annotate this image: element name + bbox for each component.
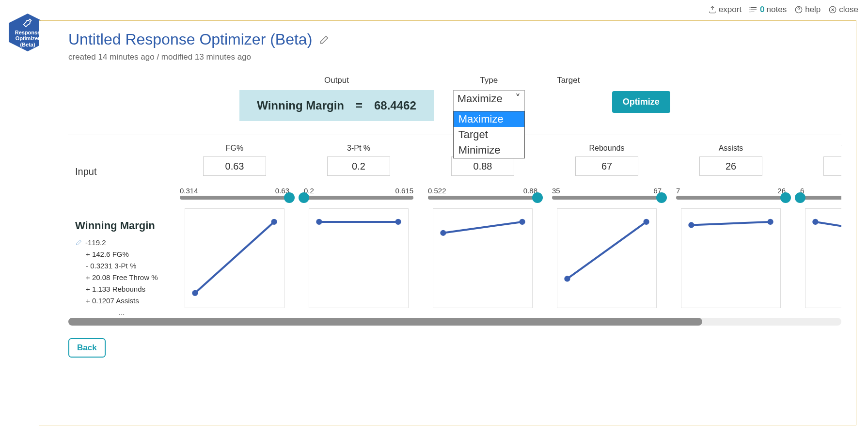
formula-line: - 0.3231 3-Pt % xyxy=(86,262,136,270)
badge-line3: (Beta) xyxy=(20,42,35,48)
svg-point-0 xyxy=(750,7,750,8)
type-option-maximize[interactable]: Maximize xyxy=(454,111,524,127)
svg-line-11 xyxy=(443,222,522,233)
slider-thumb[interactable] xyxy=(299,192,309,203)
slider-thumb[interactable] xyxy=(532,192,543,203)
main-frame: Untitled Response Optimizer (Beta) creat… xyxy=(39,20,856,425)
input-value-field[interactable] xyxy=(699,156,762,176)
output-box: Winning Margin = 68.4462 xyxy=(239,90,434,121)
page-title[interactable]: Untitled Response Optimizer (Beta) xyxy=(68,31,312,48)
input-label: 3-Pt % xyxy=(347,144,370,153)
svg-point-16 xyxy=(643,219,649,225)
formula-line: -119.2 xyxy=(85,238,106,247)
output-value: 68.4462 xyxy=(374,99,416,112)
notes-label: notes xyxy=(767,5,787,15)
input-row-label: Input xyxy=(75,166,96,177)
horizontal-scrollbar[interactable] xyxy=(68,318,841,326)
slider-thumb[interactable] xyxy=(795,192,805,203)
slider[interactable]: 0.3140.63 xyxy=(180,187,289,200)
input-col: FG%0.3140.63 xyxy=(180,144,289,308)
input-value-field[interactable] xyxy=(575,156,638,176)
type-option-target[interactable]: Target xyxy=(454,127,524,142)
output-eq: = xyxy=(356,99,363,112)
slider-track[interactable] xyxy=(180,196,289,200)
svg-point-21 xyxy=(812,219,818,225)
notes-button[interactable]: 0 notes xyxy=(749,5,787,15)
inputs-zone: Input Winning Margin -119.2 + 142.6 FG% … xyxy=(68,144,841,326)
edit-title-icon[interactable] xyxy=(319,34,330,45)
svg-line-17 xyxy=(691,222,770,225)
slider-thumb[interactable] xyxy=(780,192,791,203)
slider-max: 0.615 xyxy=(395,187,413,195)
back-button[interactable]: Back xyxy=(68,338,106,358)
slider-min: 35 xyxy=(552,187,560,195)
input-columns: FG%0.3140.633-Pt %0.20.615Free Throw %0.… xyxy=(180,144,841,308)
slider-track[interactable] xyxy=(428,196,537,200)
output-section: Output Winning Margin = 68.4462 Type Max… xyxy=(68,76,841,121)
input-col: 3-Pt %0.20.615 xyxy=(304,144,413,308)
help-button[interactable]: help xyxy=(794,5,821,15)
slider[interactable]: 726 xyxy=(676,187,786,200)
badge-line2: Optimizer xyxy=(16,35,40,42)
slider[interactable]: 6 xyxy=(800,187,841,200)
svg-line-20 xyxy=(815,222,841,234)
svg-point-15 xyxy=(564,276,570,281)
input-value-field[interactable] xyxy=(823,156,841,176)
input-col: Assists726 xyxy=(676,144,786,308)
slider-min: 0.522 xyxy=(428,187,446,195)
input-col: Turnove6 xyxy=(800,144,841,308)
formula-line: + 20.08 Free Throw % xyxy=(86,273,158,281)
svg-point-18 xyxy=(688,222,694,228)
help-icon xyxy=(794,5,803,14)
slider[interactable]: 0.5220.88 xyxy=(428,187,537,200)
input-col: Free Throw %0.5220.88 xyxy=(428,144,537,308)
export-button[interactable]: export xyxy=(708,5,742,15)
effect-chart xyxy=(681,208,781,308)
svg-point-13 xyxy=(519,219,525,225)
svg-point-7 xyxy=(271,219,277,225)
close-button[interactable]: close xyxy=(828,5,858,15)
slider-track[interactable] xyxy=(552,196,662,200)
optimize-button[interactable]: Optimize xyxy=(612,91,670,113)
output-col: Output Winning Margin = 68.4462 xyxy=(239,76,434,121)
slider[interactable]: 3567 xyxy=(552,187,662,200)
badge-line1: Response xyxy=(15,30,41,36)
target-header: Target xyxy=(557,76,580,85)
formula-line: + 1.133 Rebounds xyxy=(86,285,145,293)
slider-thumb[interactable] xyxy=(284,192,295,203)
slider-min: 7 xyxy=(676,187,680,195)
edit-formula-icon[interactable] xyxy=(75,239,82,246)
input-label: FG% xyxy=(226,144,243,153)
top-toolbar: export 0 notes help close xyxy=(708,5,858,15)
effect-chart xyxy=(557,208,657,308)
slider[interactable]: 0.20.615 xyxy=(304,187,413,200)
output-name: Winning Margin xyxy=(257,99,344,112)
type-dropdown: Maximize Target Minimize xyxy=(453,111,525,158)
input-value-field[interactable] xyxy=(327,156,390,176)
type-option-minimize[interactable]: Minimize xyxy=(454,142,524,158)
effect-chart xyxy=(309,208,409,308)
formula-ellipsis: ... xyxy=(119,308,125,316)
export-icon xyxy=(708,5,717,14)
target-col: Target xyxy=(544,76,593,85)
svg-point-19 xyxy=(767,219,773,225)
help-label: help xyxy=(805,5,821,15)
slider-track[interactable] xyxy=(800,196,841,200)
scrollbar-thumb[interactable] xyxy=(68,318,702,326)
formula-header: Winning Margin xyxy=(75,219,177,232)
input-value-field[interactable] xyxy=(451,156,514,176)
slider-thumb[interactable] xyxy=(656,192,667,203)
output-header: Output xyxy=(324,76,349,85)
type-selected: Maximize xyxy=(458,93,503,105)
type-select[interactable]: Maximize ˅ xyxy=(453,90,525,111)
close-label: close xyxy=(839,5,858,15)
input-value-field[interactable] xyxy=(203,156,266,176)
notes-icon xyxy=(749,5,758,14)
notes-count: 0 xyxy=(760,5,764,15)
svg-point-6 xyxy=(192,290,198,296)
slider-track[interactable] xyxy=(676,196,786,200)
svg-point-1 xyxy=(750,10,750,10)
slider-track[interactable] xyxy=(304,196,413,200)
wrench-icon xyxy=(22,17,33,28)
formula-body: -119.2 + 142.6 FG% - 0.3231 3-Pt % + 20.… xyxy=(75,237,177,318)
